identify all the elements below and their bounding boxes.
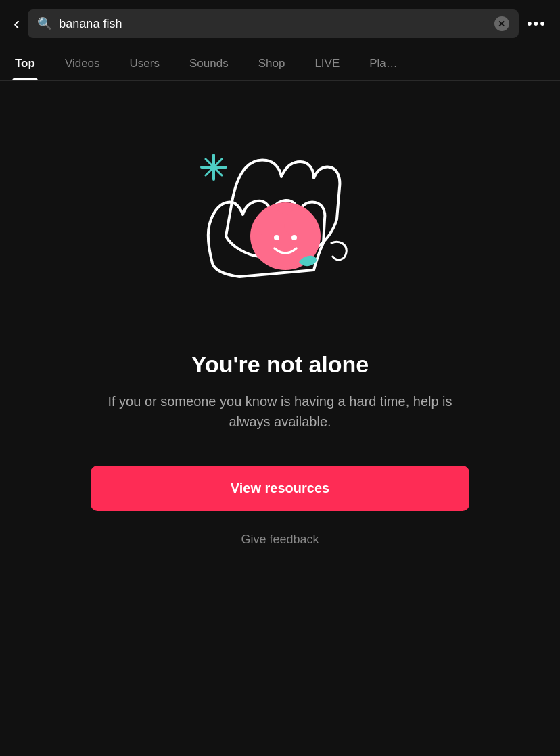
subtitle-text: If you or someone you know is having a h… [104,391,456,432]
tab-videos[interactable]: Videos [50,47,115,80]
search-icon: 🔍 [37,16,52,31]
tab-live[interactable]: LIVE [300,47,354,80]
tab-users[interactable]: Users [115,47,174,80]
svg-point-6 [284,209,314,239]
tab-top[interactable]: Top [0,47,50,80]
back-button[interactable]: ‹ [14,14,20,33]
tab-shop[interactable]: Shop [243,47,300,80]
main-heading: You're not alone [191,351,369,378]
svg-point-5 [257,209,287,239]
search-bar[interactable]: 🔍 banana fish ✕ [28,9,519,38]
clear-search-button[interactable]: ✕ [494,16,509,31]
tab-sounds[interactable]: Sounds [174,47,243,80]
svg-point-8 [274,235,279,240]
view-resources-button[interactable]: View resources [91,466,469,511]
more-options-button[interactable]: ••• [527,15,546,32]
tab-playlists[interactable]: Pla… [354,47,413,80]
tabs-bar: Top Videos Users Sounds Shop LIVE Pla… [0,47,560,81]
illustration [172,108,388,324]
svg-point-9 [291,235,297,240]
header: ‹ 🔍 banana fish ✕ ••• [0,0,560,47]
main-content: You're not alone If you or someone you k… [0,81,560,587]
search-query-text: banana fish [59,17,488,31]
give-feedback-link[interactable]: Give feedback [241,533,319,547]
